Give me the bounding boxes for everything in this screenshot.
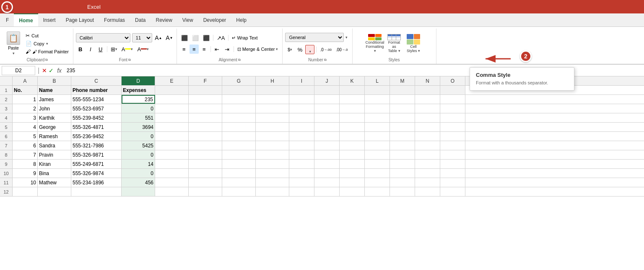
grid-cell[interactable] <box>340 169 365 178</box>
col-header-j[interactable]: J <box>314 76 340 85</box>
grid-cell[interactable] <box>340 187 365 196</box>
grid-cell[interactable]: Pravin <box>38 150 71 159</box>
col-header-b[interactable]: B <box>38 76 71 85</box>
grid-cell[interactable] <box>289 187 314 196</box>
grid-cell[interactable] <box>340 95 365 104</box>
col-header-c[interactable]: C <box>71 76 122 85</box>
grid-cell[interactable] <box>390 178 415 187</box>
align-middle-button[interactable]: ⬜ <box>190 33 200 42</box>
grid-cell[interactable]: 0 <box>122 169 155 178</box>
grid-cell[interactable]: 9 <box>13 169 38 178</box>
font-shrink-button[interactable]: A▼ <box>165 33 174 42</box>
grid-cell[interactable] <box>189 160 222 168</box>
grid-cell[interactable] <box>222 160 256 168</box>
grid-cell[interactable] <box>440 86 465 94</box>
clipboard-expand[interactable]: ⧉ <box>45 58 48 62</box>
grid-cell[interactable] <box>155 160 189 168</box>
grid-cell[interactable]: 555-326-9871 <box>71 150 122 159</box>
grid-cell[interactable]: 555-249-6871 <box>71 160 122 168</box>
grid-cell[interactable] <box>155 132 189 141</box>
grid-cell[interactable]: 7 <box>13 150 38 159</box>
grid-cell[interactable] <box>440 95 465 104</box>
grid-cell[interactable] <box>440 187 465 196</box>
grid-cell[interactable] <box>390 169 415 178</box>
grid-cell[interactable] <box>314 104 340 113</box>
grid-cell[interactable] <box>415 95 440 104</box>
grid-cell[interactable] <box>256 123 289 131</box>
grid-cell[interactable] <box>415 150 440 159</box>
grid-cell[interactable]: James <box>38 95 71 104</box>
grid-cell[interactable]: Expenses <box>122 86 155 94</box>
grid-cell[interactable] <box>189 141 222 150</box>
grid-cell[interactable] <box>289 178 314 187</box>
fill-color-button[interactable]: A ▾ <box>120 45 135 54</box>
grid-cell[interactable] <box>314 123 340 131</box>
grid-cell[interactable] <box>340 178 365 187</box>
grid-cell[interactable] <box>415 160 440 168</box>
grid-cell[interactable] <box>314 150 340 159</box>
align-right-button[interactable]: ≡ <box>200 45 209 54</box>
grid-cell[interactable] <box>415 178 440 187</box>
grid-cell[interactable]: 0 <box>122 132 155 141</box>
grid-cell[interactable]: Sandra <box>38 141 71 150</box>
grid-cell[interactable] <box>365 141 390 150</box>
grid-cell[interactable] <box>440 178 465 187</box>
grid-cell[interactable] <box>314 141 340 150</box>
grid-cell[interactable] <box>415 123 440 131</box>
cell-styles-button[interactable]: CellStyles ▾ <box>405 33 422 54</box>
fill-dropdown[interactable]: ▾ <box>131 47 133 51</box>
grid-cell[interactable] <box>365 95 390 104</box>
grid-cell[interactable] <box>289 169 314 178</box>
grid-cell[interactable] <box>222 132 256 141</box>
grid-cell[interactable] <box>222 123 256 131</box>
grid-cell[interactable]: Ramesh <box>38 132 71 141</box>
grid-cell[interactable] <box>289 113 314 122</box>
grid-cell[interactable]: 14 <box>122 160 155 168</box>
grid-cell[interactable] <box>340 123 365 131</box>
grid-cell[interactable] <box>256 104 289 113</box>
tab-help[interactable]: Help <box>231 13 252 26</box>
grid-cell[interactable] <box>440 160 465 168</box>
grid-cell[interactable] <box>415 141 440 150</box>
grid-cell[interactable] <box>189 95 222 104</box>
grid-cell[interactable] <box>256 169 289 178</box>
col-header-g[interactable]: G <box>222 76 256 85</box>
grid-cell[interactable] <box>189 113 222 122</box>
grid-cell[interactable] <box>314 95 340 104</box>
grid-cell[interactable] <box>340 160 365 168</box>
grid-cell[interactable] <box>415 132 440 141</box>
grid-cell[interactable] <box>390 104 415 113</box>
grid-cell[interactable] <box>256 141 289 150</box>
grid-cell[interactable] <box>390 95 415 104</box>
grid-cell[interactable] <box>189 169 222 178</box>
grid-cell[interactable] <box>314 132 340 141</box>
font-size-select[interactable]: 11 <box>132 33 152 42</box>
text-direction-button[interactable]: ↗A <box>215 33 227 42</box>
grid-cell[interactable] <box>256 86 289 94</box>
grid-cell[interactable]: 5 <box>13 132 38 141</box>
grid-cell[interactable] <box>340 86 365 94</box>
grid-cell[interactable] <box>365 169 390 178</box>
tab-view[interactable]: View <box>177 13 198 26</box>
grid-cell[interactable]: 555-523-6957 <box>71 104 122 113</box>
col-header-o[interactable]: O <box>440 76 465 85</box>
grid-cell[interactable] <box>189 123 222 131</box>
grid-cell[interactable] <box>155 86 189 94</box>
accounting-button[interactable]: $▾ <box>285 45 294 54</box>
font-name-select[interactable]: Calibri <box>76 33 130 42</box>
tab-home[interactable]: Home <box>14 13 38 26</box>
align-left-button[interactable]: ≡ <box>179 45 189 54</box>
grid-cell[interactable]: 551 <box>122 113 155 122</box>
grid-cell[interactable] <box>155 123 189 131</box>
grid-cell[interactable] <box>289 160 314 168</box>
grid-cell[interactable] <box>122 187 155 196</box>
col-header-l[interactable]: L <box>365 76 390 85</box>
grid-cell[interactable] <box>222 86 256 94</box>
grid-cell[interactable] <box>440 141 465 150</box>
row-number[interactable]: 1 <box>0 86 13 94</box>
grid-cell[interactable]: 235 <box>122 95 155 104</box>
grid-cell[interactable]: 6 <box>13 141 38 150</box>
grid-cell[interactable] <box>415 104 440 113</box>
col-header-h[interactable]: H <box>256 76 289 85</box>
decrease-indent-button[interactable]: ⇤ <box>213 45 222 54</box>
